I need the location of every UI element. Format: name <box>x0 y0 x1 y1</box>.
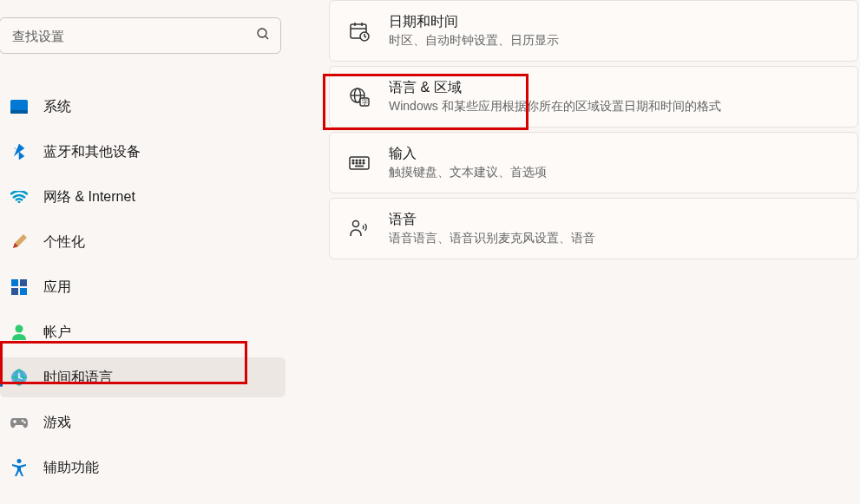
tile-input[interactable]: 输入 触摸键盘、文本建议、首选项 <box>329 132 858 193</box>
svg-point-34 <box>352 160 354 161</box>
nav-label: 游戏 <box>43 414 71 432</box>
svg-rect-6 <box>20 279 27 286</box>
tile-content: 输入 触摸键盘、文本建议、首选项 <box>389 145 844 180</box>
nav-item-personalization[interactable]: 个性化 <box>0 222 286 262</box>
main-content: 日期和时间 时区、自动时钟设置、日历显示 字 语言 & 区域 Windows 和… <box>286 0 860 504</box>
bluetooth-icon <box>10 143 28 160</box>
nav-item-apps[interactable]: 应用 <box>0 267 286 307</box>
nav-item-bluetooth[interactable]: 蓝牙和其他设备 <box>0 132 286 172</box>
nav-label: 网络 & Internet <box>43 188 135 206</box>
tile-speech[interactable]: 语音 语音语言、语音识别麦克风设置、语音 <box>329 198 858 259</box>
tile-content: 日期和时间 时区、自动时钟设置、日历显示 <box>389 13 844 49</box>
nav-item-network[interactable]: 网络 & Internet <box>0 177 286 217</box>
svg-point-37 <box>363 160 364 161</box>
nav-item-system[interactable]: 系统 <box>0 87 286 127</box>
svg-point-36 <box>359 160 361 161</box>
svg-point-35 <box>356 160 358 161</box>
tile-desc: Windows 和某些应用根据你所在的区域设置日期和时间的格式 <box>389 99 844 115</box>
tile-desc: 触摸键盘、文本建议、首选项 <box>389 165 844 180</box>
datetime-icon <box>349 21 370 42</box>
personalization-icon <box>10 233 28 251</box>
svg-rect-8 <box>20 288 27 295</box>
nav-label: 应用 <box>43 278 71 297</box>
nav-label: 辅助功能 <box>43 459 99 477</box>
tile-content: 语音 语音语言、语音识别麦克风设置、语音 <box>389 211 844 246</box>
svg-point-20 <box>17 459 22 463</box>
gaming-icon <box>10 414 28 431</box>
search-icon <box>256 27 270 44</box>
apps-icon <box>10 278 28 296</box>
tile-content: 语言 & 区域 Windows 和某些应用根据你所在的区域设置日期和时间的格式 <box>389 79 844 115</box>
search-input[interactable] <box>12 29 256 43</box>
nav-item-accessibility[interactable]: 辅助功能 <box>0 448 286 488</box>
nav-label: 蓝牙和其他设备 <box>43 143 141 161</box>
nav-item-privacy[interactable]: 隐私和安全性 <box>0 493 286 504</box>
svg-point-39 <box>356 162 358 164</box>
system-icon <box>10 98 28 115</box>
nav-label: 个性化 <box>43 233 85 252</box>
network-icon <box>10 188 28 206</box>
tile-title: 语音 <box>389 211 844 229</box>
nav-label: 帐户 <box>43 324 71 342</box>
svg-line-27 <box>364 36 366 37</box>
svg-point-38 <box>352 162 354 164</box>
svg-point-16 <box>22 420 24 422</box>
svg-rect-2 <box>10 100 28 112</box>
svg-rect-7 <box>11 288 18 295</box>
svg-point-40 <box>359 162 361 164</box>
svg-point-9 <box>16 325 23 333</box>
tile-language-region[interactable]: 字 语言 & 区域 Windows 和某些应用根据你所在的区域设置日期和时间的格… <box>329 66 858 128</box>
svg-point-0 <box>258 29 266 37</box>
search-box[interactable] <box>0 17 281 54</box>
tile-desc: 时区、自动时钟设置、日历显示 <box>389 33 844 49</box>
svg-line-1 <box>266 36 268 39</box>
svg-point-43 <box>353 220 359 226</box>
tile-title: 日期和时间 <box>389 13 844 31</box>
nav-label: 时间和语言 <box>43 369 113 387</box>
language-icon: 字 <box>349 87 370 108</box>
nav-list: 系统 蓝牙和其他设备 网络 & Internet 个性化 应用 <box>0 87 286 504</box>
tile-title: 输入 <box>389 145 844 163</box>
accessibility-icon <box>10 459 28 476</box>
svg-point-41 <box>363 162 364 164</box>
tile-desc: 语音语言、语音识别麦克风设置、语音 <box>389 231 844 246</box>
svg-point-4 <box>18 201 21 204</box>
accounts-icon <box>10 324 28 341</box>
nav-label: 系统 <box>43 98 71 116</box>
keyboard-icon <box>349 153 370 173</box>
tile-title: 语言 & 区域 <box>389 79 844 97</box>
nav-item-time-language[interactable]: 时间和语言 <box>0 357 286 397</box>
time-language-icon <box>10 369 28 386</box>
svg-text:字: 字 <box>362 99 368 105</box>
svg-rect-5 <box>11 279 18 286</box>
sidebar: 系统 蓝牙和其他设备 网络 & Internet 个性化 应用 <box>0 0 286 504</box>
svg-point-17 <box>23 422 26 424</box>
nav-item-accounts[interactable]: 帐户 <box>0 312 286 352</box>
speech-icon <box>349 219 370 239</box>
tile-datetime[interactable]: 日期和时间 时区、自动时钟设置、日历显示 <box>329 0 858 62</box>
nav-item-gaming[interactable]: 游戏 <box>0 403 286 442</box>
svg-rect-3 <box>10 110 28 114</box>
